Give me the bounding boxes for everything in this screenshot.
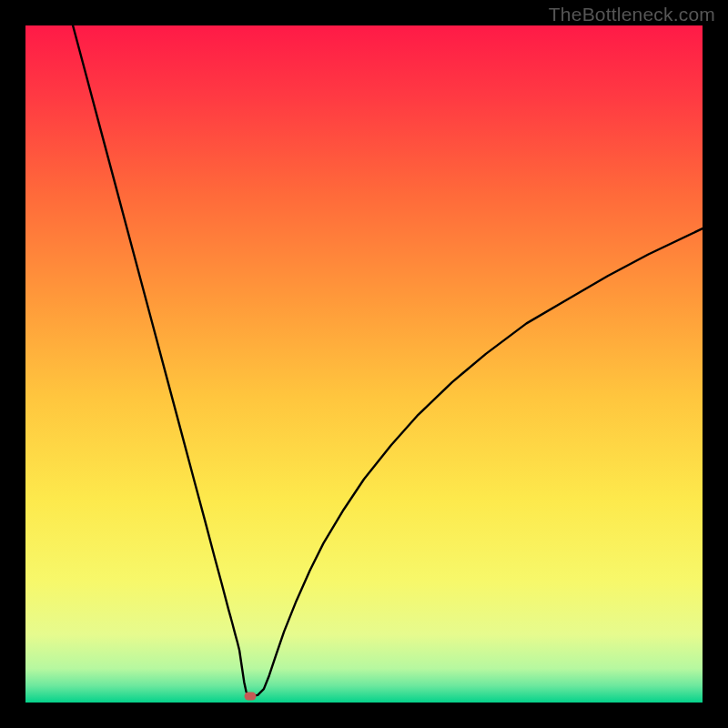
chart-frame: TheBottleneck.com (0, 0, 728, 728)
bottleneck-curve (73, 25, 703, 696)
optimal-point-marker (245, 692, 257, 700)
curve-layer (25, 25, 703, 703)
plot-inner (25, 25, 703, 703)
plot-area (25, 25, 703, 703)
watermark-text: TheBottleneck.com (549, 4, 715, 25)
